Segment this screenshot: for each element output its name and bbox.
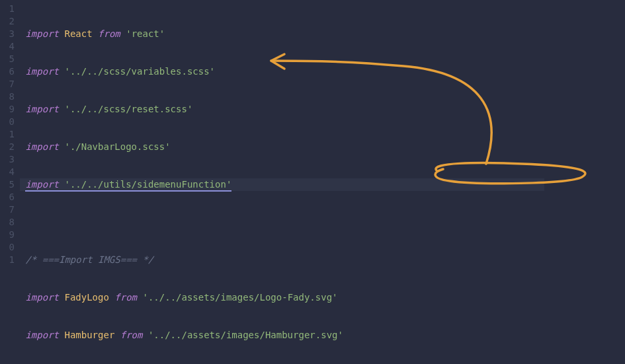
line-number: 6 [0, 191, 20, 203]
line-number: 1 [0, 254, 20, 266]
line-number: 5 [0, 53, 20, 65]
line-number: 7 [0, 78, 20, 91]
code-area[interactable]: import React from 'react' import '../../… [20, 0, 544, 364]
code-line[interactable]: import './NavbarLogo.scss' [20, 141, 544, 153]
line-number: 9 [0, 103, 20, 116]
code-line[interactable] [20, 216, 544, 229]
line-number: 2 [0, 15, 20, 28]
line-number: 3 [0, 28, 20, 40]
line-number: 6 [0, 65, 20, 78]
code-line[interactable]: import Hamburger from '../../assets/imag… [20, 329, 544, 342]
line-number-gutter: 1 2 3 4 5 6 7 8 9 0 1 2 3 4 5 6 7 8 9 0 … [0, 0, 20, 364]
line-number: 1 [0, 3, 20, 15]
line-number: 8 [0, 91, 20, 103]
line-number: 5 [0, 178, 20, 191]
code-line[interactable]: import FadyLogo from '../../assets/image… [20, 291, 544, 304]
code-line[interactable]: import '../../scss/variables.scss' [20, 65, 544, 78]
line-number: 1 [0, 128, 20, 141]
code-line[interactable]: import React from 'react' [20, 28, 544, 40]
line-number: 9 [0, 229, 20, 241]
line-number: 4 [0, 166, 20, 178]
line-number: 3 [0, 153, 20, 166]
line-number: 2 [0, 141, 20, 153]
code-editor[interactable]: 1 2 3 4 5 6 7 8 9 0 1 2 3 4 5 6 7 8 9 0 … [0, 0, 625, 364]
code-line[interactable]: import '../../scss/reset.scss' [20, 103, 544, 116]
line-number: 0 [0, 116, 20, 128]
line-number: 0 [0, 241, 20, 254]
line-number: 8 [0, 216, 20, 229]
code-line[interactable]: /* ===Import IMGS=== */ [20, 254, 544, 266]
line-number: 7 [0, 203, 20, 216]
line-number: 4 [0, 40, 20, 53]
code-line[interactable]: import '../../utils/sidemenuFunction' [20, 178, 544, 191]
